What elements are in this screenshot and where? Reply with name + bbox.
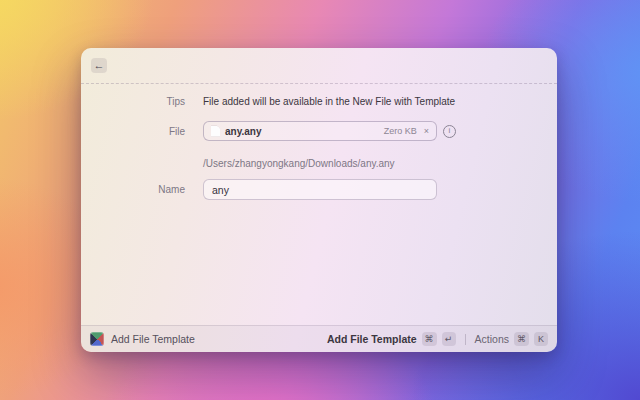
tips-label: Tips	[81, 96, 185, 107]
footer-divider	[465, 334, 466, 345]
actions-button[interactable]: Actions	[475, 333, 509, 345]
document-icon	[211, 126, 220, 137]
name-row: Name	[81, 179, 557, 200]
cmd-key-icon: ⌘	[514, 332, 529, 346]
cmd-key-icon: ⌘	[422, 332, 437, 346]
file-row: File any.any Zero KB × i	[81, 121, 557, 141]
return-key-icon: ↵	[442, 332, 456, 346]
tips-text: File added will be available in the New …	[203, 96, 455, 107]
raycast-window: ← Tips File added will be available in t…	[81, 48, 557, 352]
k-key-icon: K	[534, 332, 548, 346]
extension-title: Add File Template	[111, 333, 195, 345]
back-button[interactable]: ←	[91, 58, 107, 73]
file-chip[interactable]: any.any Zero KB ×	[203, 121, 437, 141]
file-chip-name: any.any	[225, 126, 262, 137]
file-label: File	[81, 126, 185, 137]
window-header: ←	[81, 48, 557, 84]
extension-icon	[90, 332, 104, 346]
action-bar: Add File Template Add File Template ⌘ ↵ …	[81, 325, 557, 352]
file-chip-size: Zero KB	[384, 126, 417, 136]
back-arrow-icon: ←	[94, 60, 105, 71]
tips-row: Tips File added will be available in the…	[81, 94, 557, 108]
name-input[interactable]	[203, 179, 437, 200]
file-path-row: /Users/zhangyongkang/Downloads/any.any	[81, 156, 557, 170]
primary-action-button[interactable]: Add File Template	[327, 333, 417, 345]
file-path-text: /Users/zhangyongkang/Downloads/any.any	[203, 158, 395, 169]
remove-file-icon[interactable]: ×	[424, 126, 429, 136]
name-label: Name	[81, 184, 185, 195]
info-icon[interactable]: i	[443, 125, 456, 138]
